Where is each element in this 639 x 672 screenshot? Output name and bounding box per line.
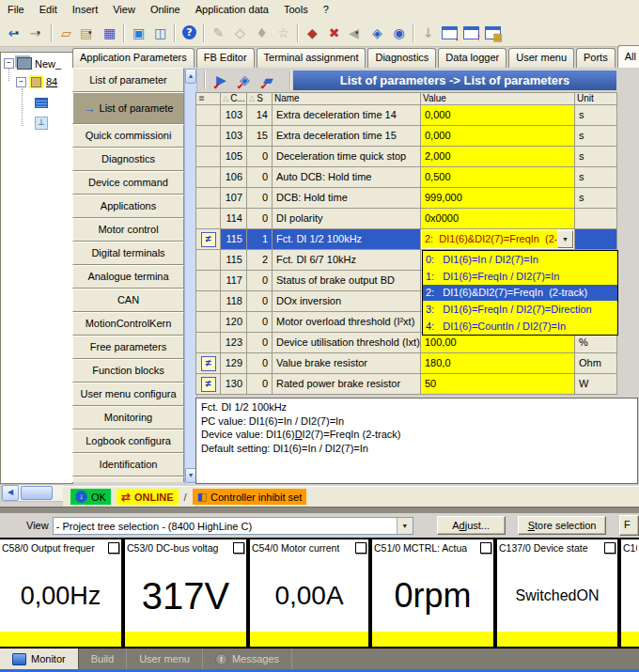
panel-detach-button[interactable] xyxy=(480,542,491,554)
menu-item-tools[interactable]: Tools xyxy=(276,0,316,19)
value-cell[interactable]: 2: DI1(6)&DI2(7)=FreqIn (2-t xyxy=(421,229,575,250)
menu-item-online[interactable]: Online xyxy=(143,0,188,19)
sidebar-item-diagnostics[interactable]: Diagnostics xyxy=(72,148,184,171)
param-row-130-0[interactable]: 1300Rated power brake resistor50W xyxy=(196,374,617,395)
column-header-s[interactable]: S xyxy=(247,93,273,105)
sidebar-item-list-of-paramete[interactable]: List of paramete xyxy=(72,92,184,124)
param-row-107-0[interactable]: 1070DCB: Hold time999,000s xyxy=(196,188,617,209)
tab-diagnostics[interactable]: Diagnostics xyxy=(367,48,436,68)
value-cell[interactable]: 999,000 xyxy=(421,188,575,209)
combo-dropdown-button[interactable] xyxy=(557,230,573,248)
delete-device-button[interactable]: ✖ xyxy=(323,23,345,43)
sidebar-item-logbook-configura[interactable]: Logbook configura xyxy=(72,430,184,453)
write-parameters-button[interactable]: ▰ xyxy=(263,72,279,88)
bottom-tab-build[interactable]: Build xyxy=(79,649,127,669)
insert-device-button[interactable]: ◆ xyxy=(302,23,323,43)
dropdown-arrow-icon[interactable] xyxy=(397,518,413,534)
menu-item-edit[interactable]: Edit xyxy=(32,0,65,19)
scroll-left-icon[interactable] xyxy=(2,485,19,501)
window-layout-button[interactable]: ◫ xyxy=(149,23,171,43)
panel-detach-button[interactable] xyxy=(355,542,366,554)
clipped-button[interactable]: F xyxy=(619,515,639,536)
menu-item-application-data[interactable]: Application data xyxy=(188,0,276,19)
sidebar-item-applications[interactable]: Applications xyxy=(72,195,184,218)
scrollbar-thumb[interactable] xyxy=(21,486,53,500)
sidebar-item-quick-commissioni[interactable]: Quick commissioni xyxy=(72,124,184,148)
tab-user-menu[interactable]: User menu xyxy=(508,48,574,68)
monitor-window-button[interactable]: ▣ xyxy=(128,23,149,43)
dropdown-option-2[interactable]: 2: DI1(6)&DI2(7)=FreqIn (2-track) xyxy=(423,285,617,302)
value-cell[interactable]: 2,000 xyxy=(421,147,575,167)
param-row-115-1[interactable]: 1151Fct. DI 1/2 100kHz2: DI1(6)&DI2(7)=F… xyxy=(196,229,617,250)
tab-all-parameters[interactable]: All parameters xyxy=(617,45,639,68)
store-selection-button[interactable]: Store selection xyxy=(518,516,606,535)
param-row-105-0[interactable]: 1050Deceleration time quick stop2,000s xyxy=(196,147,617,167)
column-header-unit[interactable]: Unit xyxy=(575,93,617,105)
param-row-103-15[interactable]: 10315Extra deceleration time 150,000s xyxy=(196,126,617,147)
tab-ports[interactable]: Ports xyxy=(576,48,616,68)
collapse-icon[interactable] xyxy=(4,58,14,69)
column-header-name[interactable]: Name xyxy=(273,93,421,105)
sidebar-item-can[interactable]: CAN xyxy=(72,289,184,312)
transfer-from-device-button[interactable]: ↑ xyxy=(460,23,482,43)
sidebar-item-function-blocks[interactable]: Function blocks xyxy=(72,359,184,383)
value-cell[interactable]: 50 xyxy=(421,374,575,395)
menu-item-[interactable]: ? xyxy=(316,0,336,19)
sidebar-item-device-command[interactable]: Device command xyxy=(72,171,184,195)
transfer-to-device-button[interactable]: ↓ xyxy=(439,23,460,43)
save-project-button[interactable]: ▦ xyxy=(99,23,120,43)
tree-horizontal-scrollbar[interactable] xyxy=(1,484,65,502)
back-button-caret[interactable] xyxy=(15,29,23,37)
view-selector[interactable]: - Project tree selection - (8400 HighLin… xyxy=(53,517,413,535)
param-row-106-0[interactable]: 1060Auto DCB: Hold time0,500s xyxy=(196,167,617,188)
param-row-114-0[interactable]: 1140DI polarity0x0000 xyxy=(196,209,617,229)
dropdown-option-4[interactable]: 4: DI1(6)=CountIn / DI2(7)=In xyxy=(423,318,617,335)
value-cell[interactable]: 0,000 xyxy=(421,105,575,126)
dropdown-option-1[interactable]: 1: DI1(6)=FreqIn / DI2(7)=In xyxy=(423,268,617,285)
tree-node-fb[interactable] xyxy=(35,117,48,130)
sidebar-item-monitoring[interactable]: Monitoring xyxy=(72,406,184,430)
bottom-tab-user-menu[interactable]: User menu xyxy=(127,649,203,669)
column-header-c[interactable]: C... xyxy=(221,93,247,105)
menu-item-file[interactable]: File xyxy=(0,0,32,19)
write-to-device-button[interactable]: ◉ xyxy=(388,23,410,43)
sidebar-item-user-menu-configura[interactable]: User menu configura xyxy=(72,383,184,406)
tree-node-application[interactable] xyxy=(35,98,48,108)
panel-detach-button[interactable] xyxy=(233,542,244,554)
menu-item-view[interactable]: View xyxy=(105,0,143,19)
sidebar-item-digital-terminals[interactable]: Digital terminals xyxy=(72,242,184,265)
sidebar-item-identification[interactable]: Identification xyxy=(72,453,184,477)
bottom-tab-monitor[interactable]: Monitor xyxy=(0,649,79,669)
panel-detach-button[interactable] xyxy=(604,542,616,554)
tab-application-parameters[interactable]: Application Parameters xyxy=(72,48,195,68)
dropdown-option-3[interactable]: 3: DI1(6)=FreqIn / DI2(7)=Direction xyxy=(423,301,617,318)
back-button[interactable]: ← xyxy=(5,23,26,43)
open-project-button-caret[interactable] xyxy=(88,29,96,37)
store-parameter-set-button[interactable]: ▦ xyxy=(482,23,504,43)
tree-node-device[interactable]: 84 xyxy=(16,75,57,88)
value-cell[interactable]: 180,0 xyxy=(421,353,575,374)
sidebar-item-free-parameters[interactable]: Free parameters xyxy=(72,336,184,359)
new-project-button[interactable]: ▱ xyxy=(55,23,77,43)
param-row-129-0[interactable]: 1290Value brake resistor180,0Ohm xyxy=(196,353,617,374)
open-project-button[interactable]: ▤ xyxy=(77,23,99,43)
value-cell[interactable]: 0,000 xyxy=(421,126,575,147)
column-header-value[interactable]: Value xyxy=(421,93,575,105)
sidebar-header[interactable]: List of parameter xyxy=(72,68,184,92)
tree-node-project[interactable]: New_ xyxy=(4,57,61,70)
param-row-103-14[interactable]: 10314Extra deceleration time 140,000s xyxy=(196,105,617,126)
value-cell[interactable]: 0,500 xyxy=(421,167,575,188)
read-parameters-button[interactable]: ◈ xyxy=(240,72,256,88)
dropdown-option-0[interactable]: 0: DI1(6)=In / DI2(7)=In xyxy=(423,251,617,268)
help-button[interactable]: ? xyxy=(179,23,200,43)
menu-item-insert[interactable]: Insert xyxy=(65,0,106,19)
value-cell[interactable]: 0x0000 xyxy=(421,209,575,229)
collapse-icon[interactable] xyxy=(16,77,26,87)
read-from-device-button[interactable]: ◈ xyxy=(366,23,388,43)
tab-data-logger[interactable]: Data logger xyxy=(438,48,507,68)
bottom-tab-messages[interactable]: Messages xyxy=(203,649,292,669)
accept-parameters-button[interactable]: ▶ xyxy=(216,72,232,88)
sidebar-item-motioncontrolkern[interactable]: MotionControlKern xyxy=(72,312,184,336)
tab-fb-editor[interactable]: FB Editor xyxy=(196,48,255,68)
column-header-selector[interactable] xyxy=(196,93,221,105)
